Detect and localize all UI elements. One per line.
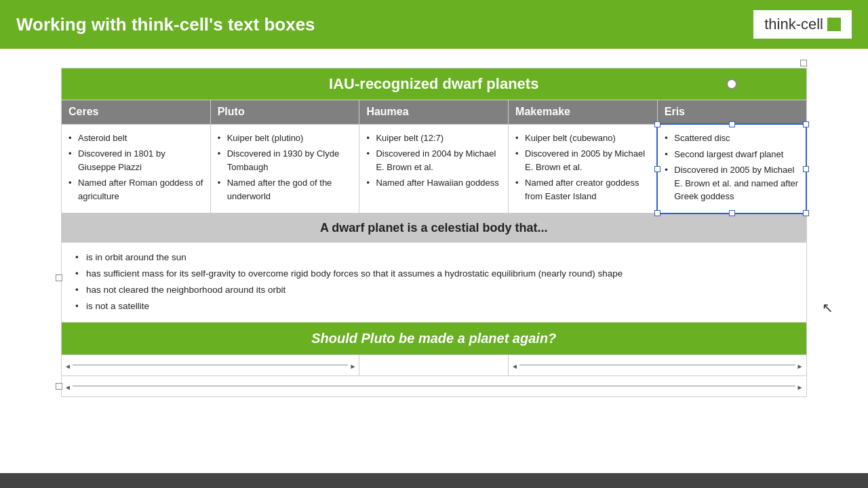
header: Working with think-cell's text boxes thi… [0,0,868,49]
list-item: Kuiper belt (12:7) [366,131,501,145]
definition-row: A dwarf planet is a celestial body that.… [62,214,807,243]
list-item: Asteroid belt [68,131,203,145]
title-row: IAU-recognized dwarf planets [62,68,807,100]
definition-content-row: is in orbit around the sun has sufficien… [62,242,807,322]
pluto-bullets: Kuiper belt (plutino) Discovered in 1930… [218,131,353,203]
list-item: Discovered in 2005 by Michael E. Brown e… [665,163,799,203]
corner-handle-br[interactable] [803,210,809,216]
eris-bullets: Scattered disc Second largest dwarf plan… [665,131,799,203]
list-item: Discovered in 2004 by Michael E. Brown e… [366,147,501,174]
arrow-right-icon [349,360,356,371]
side-handle-bottom[interactable] [729,210,735,216]
logo-area: think-cell [753,10,852,39]
ruler-line-inner [73,365,349,365]
ruler-middle [359,354,509,375]
left-side-handle[interactable] [56,272,62,283]
logo-icon [827,18,841,31]
planet-header-ceres: Ceres [62,100,211,125]
question-row: Should Pluto be made a planet again? [62,322,807,354]
arrow-right-icon-2 [797,360,804,371]
makemake-content: Kuiper belt (cubewano) Discovered in 200… [509,124,658,214]
ceres-bullets: Asteroid belt Discovered in 1801 by Gius… [68,131,203,203]
bottom-ruler [62,375,807,396]
list-item: is in orbit around the sun [75,249,800,266]
list-item: Named after the god of the underworld [218,176,353,203]
side-handle-top[interactable] [729,121,735,127]
bottom-arrow-right [797,381,804,392]
haumea-bullets: Kuiper belt (12:7) Discovered in 2004 by… [366,131,501,190]
planet-header-pluto: Pluto [210,100,359,125]
planet-header-haumea: Haumea [359,100,509,125]
ruler-line-left [64,359,356,371]
list-item: has sufficient mass for its self-gravity… [75,266,800,282]
haumea-content: Kuiper belt (12:7) Discovered in 2004 by… [359,124,509,214]
arrow-left-icon-2 [511,360,518,371]
bottom-ruler-row [62,375,807,396]
side-handle-left[interactable] [654,166,660,172]
main-title: IAU-recognized dwarf planets [62,68,807,100]
list-item: Discovered in 2005 by Michael E. Brown e… [515,147,650,174]
list-item: has not cleared the neighborhood around … [75,282,800,298]
planet-header-eris: Eris [657,100,806,125]
arrow-left-icon [64,360,71,371]
header-title: Working with think-cell's text boxes [16,14,315,35]
list-item: Discovered in 1930 by Clyde Tombaugh [218,147,353,174]
question-text: Should Pluto be made a planet again? [62,322,807,354]
list-item: Scattered disc [665,131,799,145]
ruler-left [62,354,359,375]
planet-header-makemake: Makemake [509,100,658,125]
ceres-content: Asteroid belt Discovered in 1801 by Gius… [62,124,211,214]
corner-handle-tr[interactable] [803,121,809,127]
ruler-line-inner-2 [519,365,795,365]
planet-header-row: Ceres Pluto Haumea Makemake Eris [62,100,807,125]
left-side-handle-2[interactable] [56,381,62,392]
list-item: Named after creator goddess from Easter … [515,176,650,203]
list-item: Discovered in 1801 by Giuseppe Piazzi [68,147,203,174]
resize-dot-top[interactable] [800,60,807,66]
resize-handle-top [61,60,807,66]
list-item: Kuiper belt (cubewano) [515,131,650,145]
eris-content[interactable]: Scattered disc Second largest dwarf plan… [657,124,806,214]
footer [0,473,868,488]
definition-bullets: is in orbit around the sun has sufficien… [75,249,800,315]
planet-content-row: Asteroid belt Discovered in 1801 by Gius… [62,124,807,214]
rotate-handle[interactable] [726,79,737,89]
list-item: Named after Roman goddess of agriculture [68,176,203,203]
ruler-right [509,354,806,375]
main-content: IAU-recognized dwarf planets Ceres Pluto… [0,49,868,397]
bottom-ruler-inner [73,386,795,386]
list-item: Second largest dwarf planet [665,148,799,161]
bottom-arrow-left [64,381,71,392]
cursor-indicator: ↖ [822,300,834,314]
corner-handle-bl[interactable] [654,210,660,216]
list-item: Named after Hawaiian goddess [366,176,501,190]
ruler-line-right [511,359,803,371]
pluto-content: Kuiper belt (plutino) Discovered in 1930… [210,124,359,214]
planet-table: IAU-recognized dwarf planets Ceres Pluto… [61,68,807,397]
ruler-row [62,354,807,375]
makemake-bullets: Kuiper belt (cubewano) Discovered in 200… [515,131,650,203]
definition-title: A dwarf planet is a celestial body that.… [62,214,807,243]
bottom-ruler-line [64,380,804,392]
list-item: Kuiper belt (plutino) [218,131,353,145]
corner-handle-tl[interactable] [654,121,660,127]
definition-bullets-cell: is in orbit around the sun has sufficien… [62,242,807,322]
logo-text: think-cell [764,16,823,33]
list-item: is not a satellite [75,298,800,314]
side-handle-right[interactable] [803,166,809,172]
